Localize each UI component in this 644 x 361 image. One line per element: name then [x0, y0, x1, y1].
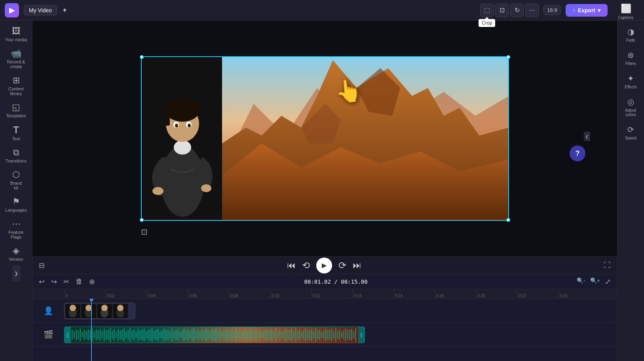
sidebar-item-version[interactable]: ◈ Version [2, 243, 30, 265]
svg-rect-40 [89, 330, 91, 340]
sidebar-collapse-button[interactable]: ❯ [12, 265, 20, 281]
video-waveform [71, 327, 358, 343]
captions-icon: ⬜ [621, 4, 631, 14]
rotate-button[interactable]: ↻ [510, 4, 524, 17]
play-button[interactable]: ▶ [316, 258, 332, 273]
right-item-effects[interactable]: ✦ Effects [620, 71, 642, 92]
text-icon: T [13, 125, 19, 135]
more-button[interactable]: ⋯ [525, 4, 539, 17]
skip-to-start-button[interactable]: ⏮ [287, 260, 296, 271]
svg-rect-173 [355, 328, 356, 342]
svg-rect-142 [293, 331, 294, 338]
zoom-out-button[interactable]: 🔍- [575, 276, 587, 288]
svg-rect-141 [291, 329, 293, 341]
hide-bg-button[interactable]: ⊟ [39, 261, 45, 270]
svg-rect-38 [85, 331, 87, 339]
track-content-avatar[interactable] [64, 301, 617, 321]
sidebar-label-templates: Templates [6, 113, 26, 118]
ruler-mark-2: 0:02 [105, 289, 146, 299]
video-title[interactable]: My Video [24, 5, 57, 15]
svg-rect-31 [72, 330, 73, 340]
video-canvas: 👆 [141, 56, 509, 221]
track-content-video[interactable]: ‖ [64, 325, 617, 344]
track-row-video: 🎬 ‖ [32, 323, 617, 346]
svg-rect-90 [189, 331, 190, 338]
svg-rect-32 [74, 331, 75, 338]
sidebar-item-content-library[interactable]: ⊞ Contentlibrary [2, 73, 30, 99]
svg-rect-52 [114, 329, 115, 340]
sidebar-item-templates[interactable]: ◱ Templates [2, 100, 30, 121]
sidebar-item-your-media[interactable]: 🖼 Your media [2, 24, 30, 45]
sidebar-item-text[interactable]: T Text [2, 122, 30, 144]
sidebar-item-languages[interactable]: ⚑ Languages [2, 194, 30, 216]
svg-rect-115 [239, 329, 241, 340]
svg-rect-144 [297, 331, 298, 339]
svg-rect-149 [307, 330, 308, 340]
video-track-icon: 🎬 [44, 330, 53, 339]
fit-button[interactable]: ⊡ [495, 4, 509, 17]
svg-rect-130 [269, 330, 270, 340]
svg-rect-123 [255, 328, 256, 342]
undo-button[interactable]: ↩ [37, 276, 46, 288]
svg-rect-95 [199, 332, 201, 338]
sidebar-item-record-create[interactable]: 📹 Record &create [2, 46, 30, 72]
right-item-fade[interactable]: ◑ Fade [620, 24, 642, 46]
svg-rect-51 [112, 331, 113, 339]
timeline-area: ↩ ↪ ✂ 🗑 ⊕ 00:01.02 / 00:15.00 🔍- 🔍+ ⤢ [32, 274, 617, 361]
fullscreen-button[interactable]: ⛶ [604, 261, 611, 269]
svg-rect-49 [108, 330, 109, 340]
video-clip-left-handle[interactable]: ‖ [65, 327, 71, 343]
right-item-filters[interactable]: ⊛ Filters [620, 47, 642, 69]
expand-timeline-button[interactable]: ⤢ [603, 276, 612, 288]
svg-rect-41 [91, 328, 93, 342]
crop-button[interactable]: ⬚ Crop [480, 4, 494, 17]
add-clip-button[interactable]: ⊕ [87, 276, 97, 288]
right-panel-collapse[interactable]: ❮ [584, 132, 590, 141]
svg-rect-159 [327, 330, 328, 340]
cut-button[interactable]: ✂ [62, 276, 71, 288]
svg-rect-81 [171, 328, 173, 342]
svg-rect-48 [106, 330, 107, 340]
avatar-clip[interactable] [64, 303, 135, 319]
svg-rect-99 [207, 330, 209, 340]
adjust-colors-icon: ◎ [627, 97, 634, 107]
sidebar-item-feature-flags[interactable]: ⋯ FeatureFlags [2, 216, 30, 243]
svg-rect-110 [229, 330, 230, 340]
svg-rect-70 [150, 329, 151, 340]
svg-rect-108 [225, 329, 226, 341]
sidebar-label-brand-kit: Brandkit [10, 181, 22, 190]
rewind-button[interactable]: ⟲ [302, 260, 310, 271]
sidebar-item-transitions[interactable]: ⧉ Transitions [2, 145, 30, 166]
svg-rect-170 [349, 330, 350, 340]
svg-rect-82 [173, 331, 175, 339]
magic-wand-icon[interactable]: ✦ [62, 6, 68, 15]
export-button[interactable]: ↑ Export ▾ [566, 4, 608, 17]
redo-button[interactable]: ↪ [49, 276, 59, 288]
ruler-mark-22: 0:22 [517, 289, 558, 299]
captions-panel: ⬜ Captions [612, 0, 639, 20]
video-clip[interactable]: ‖ [64, 327, 365, 343]
hide-avatar-button[interactable]: ⊡ [141, 227, 148, 237]
svg-rect-157 [323, 330, 324, 339]
svg-rect-122 [253, 331, 255, 338]
right-item-adjust-colors[interactable]: ◎ Adjustcolors [620, 94, 642, 120]
video-clip-right-handle[interactable]: ‖ [358, 327, 365, 343]
svg-rect-102 [213, 330, 215, 340]
help-button[interactable]: ? [570, 145, 585, 161]
svg-rect-5 [165, 110, 170, 126]
zoom-in-button[interactable]: 🔍+ [589, 276, 602, 288]
export-icon: ↑ [573, 7, 576, 13]
avatar-thumb-1 [65, 304, 80, 318]
crop-icon: ⬚ [484, 6, 490, 14]
right-item-speed[interactable]: ⟳ Speed [620, 122, 642, 143]
track-label-video: 🎬 [32, 330, 64, 339]
svg-rect-143 [295, 328, 296, 342]
sidebar-item-brand-kit[interactable]: ⬡ Brandkit [2, 167, 30, 193]
skip-to-end-button[interactable]: ⏭ [353, 260, 361, 271]
svg-rect-112 [233, 331, 234, 338]
svg-rect-169 [347, 330, 348, 340]
ruler-mark-6: 0:06 [188, 289, 229, 299]
aspect-ratio-badge[interactable]: 16:9 [543, 5, 560, 15]
forward-button[interactable]: ⟳ [338, 260, 346, 271]
delete-button[interactable]: 🗑 [74, 276, 84, 287]
